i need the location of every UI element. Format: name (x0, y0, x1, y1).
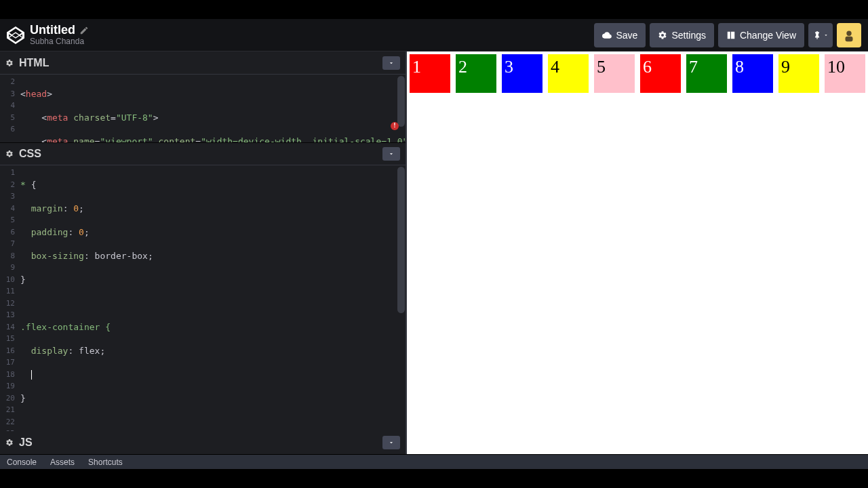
flex-container: 12345678910 (407, 52, 868, 96)
layout-icon (726, 30, 736, 40)
flex-item: 2 (456, 54, 496, 93)
css-panel-menu-button[interactable] (382, 147, 400, 161)
flex-item: 7 (686, 54, 727, 93)
error-indicator-icon[interactable] (391, 122, 399, 130)
change-view-button[interactable]: Change View (718, 23, 804, 47)
gutter: 23456 (0, 75, 19, 136)
flex-item: 8 (732, 54, 773, 93)
gear-icon[interactable] (5, 439, 14, 447)
flex-item: 1 (410, 54, 450, 93)
chevron-down-icon (388, 150, 395, 157)
edit-title-icon[interactable] (79, 26, 89, 35)
chevron-down-icon (823, 30, 829, 40)
flex-item: 9 (778, 54, 819, 93)
assets-tab[interactable]: Assets (43, 455, 81, 469)
pen-title[interactable]: Untitled (30, 24, 75, 37)
gutter: 1234567891011121314151617181920212223 (0, 165, 19, 431)
js-panel-header: JS (0, 431, 406, 454)
html-panel-header: HTML (0, 52, 406, 75)
avatar[interactable] (837, 23, 861, 47)
gear-icon[interactable] (5, 150, 14, 158)
html-panel-menu-button[interactable] (382, 56, 400, 70)
svg-rect-4 (846, 36, 853, 41)
save-button[interactable]: Save (594, 23, 646, 47)
svg-point-3 (846, 30, 851, 35)
preview-pane: 12345678910 (407, 52, 868, 454)
code-content: * { margin: 0; padding: 0; box-sizing: b… (20, 167, 406, 431)
gear-icon[interactable] (5, 59, 14, 67)
css-panel-header: CSS (0, 142, 406, 165)
pin-button[interactable] (808, 23, 833, 47)
css-panel-title: CSS (19, 148, 382, 160)
flex-item: 3 (502, 54, 542, 93)
console-tab[interactable]: Console (0, 455, 43, 469)
topbar: Untitled Subha Chanda Save Settings Chan… (0, 19, 868, 52)
flex-item: 6 (640, 54, 681, 93)
code-content: <head> <meta charset="UTF-8"> <meta name… (20, 76, 406, 142)
html-panel-title: HTML (19, 57, 382, 69)
footer: Console Assets Shortcuts (0, 454, 868, 469)
js-panel-menu-button[interactable] (382, 436, 400, 449)
js-panel-title: JS (19, 436, 382, 449)
flex-item: 10 (825, 54, 865, 93)
chevron-down-icon (388, 60, 395, 66)
avatar-image (842, 28, 856, 43)
svg-rect-0 (728, 31, 730, 39)
css-editor[interactable]: 1234567891011121314151617181920212223 * … (0, 165, 406, 431)
chevron-down-icon (388, 439, 395, 446)
gear-icon (658, 30, 667, 40)
cloud-icon (602, 30, 612, 40)
shortcuts-tab[interactable]: Shortcuts (81, 455, 130, 469)
svg-rect-1 (731, 31, 734, 39)
flex-item: 4 (548, 54, 589, 93)
settings-button[interactable]: Settings (650, 23, 714, 47)
author-name[interactable]: Subha Chanda (30, 37, 594, 46)
flex-item: 5 (594, 54, 635, 93)
codepen-logo (7, 26, 24, 44)
pin-icon (812, 30, 822, 40)
html-editor[interactable]: 23456 <head> <meta charset="UTF-8"> <met… (0, 75, 406, 142)
